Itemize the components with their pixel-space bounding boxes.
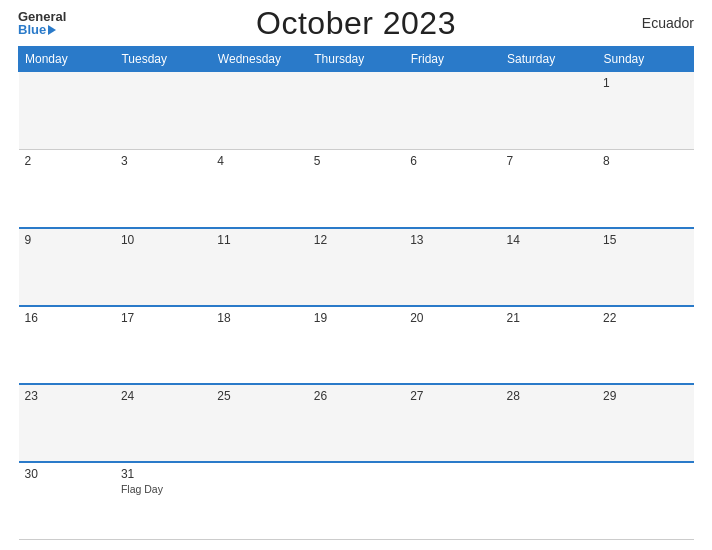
day-number: 20 [410,311,494,325]
header-saturday: Saturday [501,47,597,72]
calendar-cell: 12 [308,228,404,306]
calendar-cell: 15 [597,228,693,306]
calendar-cell: 18 [211,306,307,384]
day-number: 16 [25,311,109,325]
calendar-cell [308,72,404,150]
calendar-cell [597,462,693,540]
calendar-cell [404,72,500,150]
day-number: 15 [603,233,687,247]
day-number: 19 [314,311,398,325]
country-label: Ecuador [642,15,694,31]
calendar-week-row: 3031Flag Day [19,462,694,540]
calendar-title: October 2023 [256,5,456,42]
header-monday: Monday [19,47,115,72]
calendar-cell [19,72,115,150]
calendar-cell [308,462,404,540]
day-number: 25 [217,389,301,403]
calendar-cell: 4 [211,150,307,228]
calendar-cell: 16 [19,306,115,384]
day-number: 28 [507,389,591,403]
calendar-cell: 7 [501,150,597,228]
calendar-cell: 22 [597,306,693,384]
calendar-cell: 30 [19,462,115,540]
calendar-cell: 6 [404,150,500,228]
calendar-week-row: 16171819202122 [19,306,694,384]
day-number: 24 [121,389,205,403]
calendar-cell: 29 [597,384,693,462]
calendar-cell: 1 [597,72,693,150]
day-number: 26 [314,389,398,403]
calendar-cell: 17 [115,306,211,384]
calendar-week-row: 23242526272829 [19,384,694,462]
calendar-cell: 13 [404,228,500,306]
day-number: 2 [25,154,109,168]
calendar-header: General Blue October 2023 Ecuador [18,10,694,36]
day-number: 27 [410,389,494,403]
day-number: 4 [217,154,301,168]
logo-blue-row: Blue [18,23,56,36]
day-number: 3 [121,154,205,168]
header-wednesday: Wednesday [211,47,307,72]
day-number: 17 [121,311,205,325]
day-number: 1 [603,76,687,90]
calendar-cell: 28 [501,384,597,462]
calendar-cell: 31Flag Day [115,462,211,540]
day-number: 7 [507,154,591,168]
calendar-cell: 5 [308,150,404,228]
calendar-cell [115,72,211,150]
calendar-cell: 8 [597,150,693,228]
day-number: 12 [314,233,398,247]
title-area: October 2023 [256,5,456,42]
calendar-cell: 20 [404,306,500,384]
day-number: 11 [217,233,301,247]
header-thursday: Thursday [308,47,404,72]
day-number: 5 [314,154,398,168]
calendar-cell: 14 [501,228,597,306]
day-number: 10 [121,233,205,247]
calendar-table: Monday Tuesday Wednesday Thursday Friday… [18,46,694,540]
day-number: 30 [25,467,109,481]
logo-triangle-icon [48,25,56,35]
day-number: 22 [603,311,687,325]
day-number: 14 [507,233,591,247]
calendar-cell [211,72,307,150]
day-number: 23 [25,389,109,403]
header-friday: Friday [404,47,500,72]
calendar-cell: 10 [115,228,211,306]
calendar-cell: 11 [211,228,307,306]
calendar-cell: 19 [308,306,404,384]
day-number: 29 [603,389,687,403]
calendar-cell: 24 [115,384,211,462]
day-number: 31 [121,467,205,481]
event-label: Flag Day [121,483,205,495]
calendar-cell [501,72,597,150]
calendar-cell: 9 [19,228,115,306]
calendar-cell: 3 [115,150,211,228]
header-tuesday: Tuesday [115,47,211,72]
calendar-week-row: 1 [19,72,694,150]
calendar-week-row: 2345678 [19,150,694,228]
calendar-cell [404,462,500,540]
calendar-cell: 2 [19,150,115,228]
calendar-cell: 27 [404,384,500,462]
header-sunday: Sunday [597,47,693,72]
day-number: 9 [25,233,109,247]
calendar-cell [501,462,597,540]
weekday-header-row: Monday Tuesday Wednesday Thursday Friday… [19,47,694,72]
day-number: 13 [410,233,494,247]
calendar-cell: 25 [211,384,307,462]
day-number: 21 [507,311,591,325]
logo-blue-text: Blue [18,23,46,36]
calendar-cell: 23 [19,384,115,462]
day-number: 6 [410,154,494,168]
logo: General Blue [18,10,66,36]
calendar-page: General Blue October 2023 Ecuador Monday… [0,0,712,550]
calendar-cell: 21 [501,306,597,384]
calendar-cell: 26 [308,384,404,462]
day-number: 18 [217,311,301,325]
calendar-week-row: 9101112131415 [19,228,694,306]
calendar-cell [211,462,307,540]
day-number: 8 [603,154,687,168]
